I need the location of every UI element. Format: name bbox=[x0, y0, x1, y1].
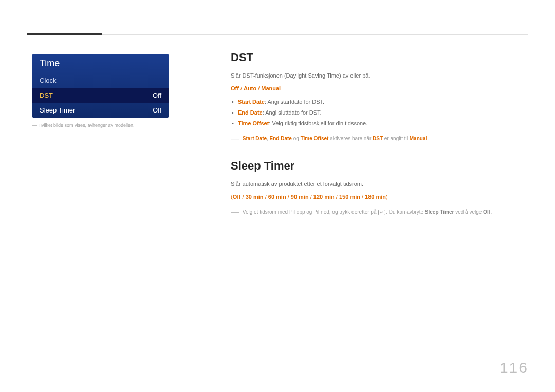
option-off: Off bbox=[231, 85, 239, 91]
option: 60 min bbox=[268, 194, 286, 200]
header-divider bbox=[27, 34, 528, 35]
option: 150 min bbox=[339, 194, 360, 200]
option: 180 min bbox=[365, 194, 386, 200]
sleep-note: Velg et tidsrom med Pil opp og Pil ned, … bbox=[231, 206, 529, 219]
left-column: Time Clock DST Off Sleep Timer Off Hvilk… bbox=[32, 54, 169, 128]
note-strong: Sleep Timer bbox=[425, 209, 454, 215]
menu-item-label: DST bbox=[40, 91, 53, 99]
dst-note: Start Date, End Date og Time Offset akti… bbox=[231, 132, 529, 145]
sleep-timer-heading: Sleep Timer bbox=[231, 159, 529, 173]
left-footnote: Hvilket bilde som vises, avhenger av mod… bbox=[32, 123, 169, 128]
page-number: 116 bbox=[499, 359, 528, 377]
option: 30 min bbox=[246, 194, 264, 200]
note-key: Start Date bbox=[243, 136, 267, 141]
list-item: End Date: Angi sluttdato for DST. bbox=[238, 107, 529, 118]
enter-icon bbox=[378, 210, 385, 215]
dst-heading: DST bbox=[231, 51, 529, 64]
note-text: aktiveres bare når bbox=[328, 136, 373, 141]
menu-item-label: Clock bbox=[40, 77, 57, 84]
menu-title: Time bbox=[32, 54, 169, 73]
bullet-key: Start Date bbox=[238, 99, 265, 105]
menu-item-sleep-timer[interactable]: Sleep Timer Off bbox=[32, 103, 169, 118]
note-key: DST bbox=[373, 136, 383, 141]
bullet-text: : Angi sluttdato for DST. bbox=[263, 109, 322, 116]
menu-item-value: Off bbox=[153, 106, 161, 114]
dst-options: Off / Auto / Manual bbox=[231, 84, 529, 94]
menu-item-dst[interactable]: DST Off bbox=[32, 88, 169, 103]
note-text: . bbox=[427, 136, 429, 141]
note-text: er angitt til bbox=[383, 136, 410, 141]
header-accent bbox=[27, 33, 102, 35]
bullet-key: End Date bbox=[238, 109, 263, 116]
dst-intro: Slår DST-funksjonen (Daylight Saving Tim… bbox=[231, 71, 529, 81]
menu-item-clock[interactable]: Clock bbox=[32, 73, 169, 88]
option: 120 min bbox=[313, 194, 335, 200]
bullet-text: : Angi startdato for DST. bbox=[265, 99, 324, 105]
note-key: Manual bbox=[410, 136, 427, 141]
note-text: ved å velge bbox=[454, 209, 483, 215]
right-column: DST Slår DST-funksjonen (Daylight Saving… bbox=[231, 51, 529, 221]
sleep-intro: Slår automatisk av produktet etter et fo… bbox=[231, 180, 529, 189]
bullet-key: Time Offset bbox=[238, 120, 269, 126]
option: Off bbox=[233, 194, 241, 200]
bullet-text: : Velg riktig tidsforskjell for din tids… bbox=[269, 120, 367, 126]
menu-item-label: Sleep Timer bbox=[40, 106, 75, 114]
dst-bullet-list: Start Date: Angi startdato for DST. End … bbox=[231, 97, 529, 129]
note-text: og bbox=[292, 136, 301, 141]
note-key: Time Offset bbox=[301, 136, 329, 141]
note-text: . bbox=[491, 209, 492, 215]
sleep-options: (Off / 30 min / 60 min / 90 min / 120 mi… bbox=[231, 193, 529, 202]
note-text: Velg et tidsrom med Pil opp og Pil ned, … bbox=[243, 209, 378, 215]
menu-item-value: Off bbox=[153, 91, 161, 99]
option-manual: Manual bbox=[261, 85, 281, 91]
note-strong: Off bbox=[483, 209, 490, 215]
list-item: Start Date: Angi startdato for DST. bbox=[238, 97, 529, 107]
time-menu-panel: Time Clock DST Off Sleep Timer Off bbox=[32, 54, 169, 118]
note-text: . Du kan avbryte bbox=[386, 209, 425, 215]
note-key: End Date bbox=[270, 136, 292, 141]
option-auto: Auto bbox=[244, 85, 256, 91]
option: 90 min bbox=[291, 194, 309, 200]
list-item: Time Offset: Velg riktig tidsforskjell f… bbox=[238, 118, 529, 129]
